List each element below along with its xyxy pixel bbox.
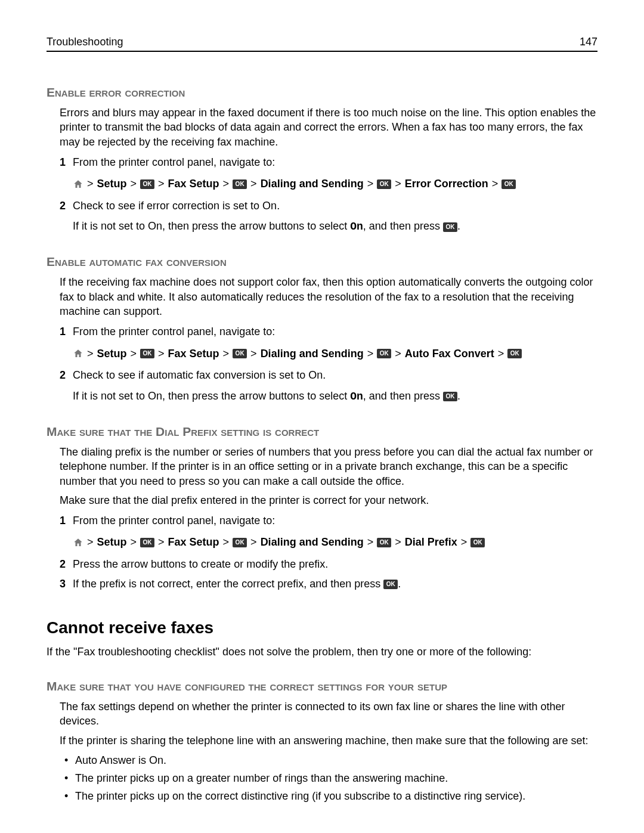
page-number: 147: [580, 36, 597, 48]
section-title-dial-prefix: Make sure that the Dial Prefix setting i…: [47, 425, 597, 439]
path-setup: Setup: [97, 345, 127, 363]
section-title-auto-fax-conversion: Enable automatic fax conversion: [47, 255, 597, 269]
separator: >: [223, 534, 230, 551]
paragraph: The fax settings depend on whether the p…: [60, 699, 597, 729]
separator: >: [158, 175, 165, 193]
sub-instruction: If it is not set to On, then press the a…: [73, 389, 597, 404]
separator: >: [367, 345, 374, 363]
ok-icon: OK: [140, 179, 154, 189]
list-number: 1: [60, 513, 73, 528]
paragraph: The dialing prefix is the number or seri…: [60, 445, 597, 488]
path-dialing-sending: Dialing and Sending: [261, 345, 364, 363]
list-number: 3: [60, 577, 73, 591]
separator: >: [250, 175, 257, 193]
path-target: Dial Prefix: [405, 534, 457, 551]
separator: >: [158, 534, 165, 551]
step-text: From the printer control panel, navigate…: [73, 155, 597, 169]
ok-icon: OK: [140, 349, 154, 358]
separator: >: [131, 345, 137, 363]
path-dialing-sending: Dialing and Sending: [261, 534, 364, 551]
section-title-configure-settings: Make sure that you have configured the c…: [47, 679, 597, 693]
separator: >: [367, 534, 374, 551]
ok-icon: OK: [233, 179, 247, 189]
list-item: Auto Answer is On.: [75, 753, 597, 768]
list-item: The printer picks up on the correct dist…: [75, 788, 597, 804]
separator: >: [395, 534, 401, 551]
separator: >: [250, 345, 257, 363]
ok-icon: OK: [377, 349, 391, 358]
ok-icon: OK: [443, 392, 457, 401]
section-title-error-correction: Enable error correction: [47, 85, 597, 100]
separator: >: [87, 345, 94, 363]
ok-icon: OK: [501, 179, 516, 189]
paragraph: If the printer is sharing the telephone …: [60, 733, 597, 748]
ok-icon: OK: [377, 538, 391, 547]
list-number: 2: [60, 368, 73, 382]
step-text: Check to see if automatic fax conversion…: [73, 368, 597, 382]
navigation-path: > Setup > OK > Fax Setup > OK > Dialing …: [73, 534, 597, 551]
ok-icon: OK: [233, 349, 247, 358]
path-dialing-sending: Dialing and Sending: [261, 175, 364, 193]
separator: >: [492, 175, 499, 193]
step-text: If the prefix is not correct, enter the …: [73, 577, 597, 591]
navigation-path: > Setup > OK > Fax Setup > OK > Dialing …: [73, 345, 597, 363]
separator: >: [395, 345, 401, 363]
ok-icon: OK: [377, 179, 391, 189]
ok-icon: OK: [140, 538, 154, 547]
header-section: Troubleshooting: [47, 36, 123, 48]
separator: >: [498, 345, 504, 363]
ok-icon: OK: [443, 222, 457, 232]
sub-instruction: If it is not set to On, then press the a…: [73, 219, 597, 234]
separator: >: [395, 175, 401, 193]
step-text: From the printer control panel, navigate…: [73, 513, 597, 528]
paragraph: If the receiving fax machine does not su…: [60, 275, 597, 318]
separator: >: [367, 175, 374, 193]
list-item: The printer picks up on a greater number…: [75, 770, 597, 786]
path-fax-setup: Fax Setup: [168, 534, 219, 551]
paragraph: Errors and blurs may appear in the faxed…: [60, 106, 597, 149]
separator: >: [461, 534, 467, 551]
separator: >: [250, 534, 257, 551]
heading-cannot-receive-faxes: Cannot receive faxes: [47, 618, 597, 637]
separator: >: [131, 534, 137, 551]
ok-icon: OK: [470, 538, 485, 547]
ok-icon: OK: [383, 580, 398, 589]
separator: >: [158, 345, 165, 363]
path-setup: Setup: [97, 175, 127, 193]
path-target: Error Correction: [405, 175, 488, 193]
step-text: Check to see if error correction is set …: [73, 199, 597, 213]
home-icon: [73, 179, 83, 190]
path-fax-setup: Fax Setup: [168, 345, 219, 363]
list-number: 1: [60, 324, 73, 339]
separator: >: [87, 534, 94, 551]
separator: >: [87, 175, 94, 193]
list-number: 2: [60, 557, 73, 571]
path-fax-setup: Fax Setup: [168, 175, 219, 193]
list-number: 1: [60, 155, 73, 169]
separator: >: [131, 175, 137, 193]
ok-icon: OK: [507, 349, 522, 358]
step-text: Press the arrow buttons to create or mod…: [73, 557, 597, 571]
path-setup: Setup: [97, 534, 127, 551]
step-text: From the printer control panel, navigate…: [73, 324, 597, 339]
list-number: 2: [60, 199, 73, 213]
paragraph: If the "Fax troubleshooting checklist" d…: [47, 645, 597, 659]
separator: >: [223, 345, 230, 363]
path-target: Auto Fax Convert: [405, 345, 494, 363]
ok-icon: OK: [233, 538, 247, 547]
separator: >: [223, 175, 230, 193]
home-icon: [73, 537, 83, 548]
home-icon: [73, 348, 83, 359]
paragraph: Make sure that the dial prefix entered i…: [60, 493, 597, 507]
navigation-path: > Setup > OK > Fax Setup > OK > Dialing …: [73, 175, 597, 193]
